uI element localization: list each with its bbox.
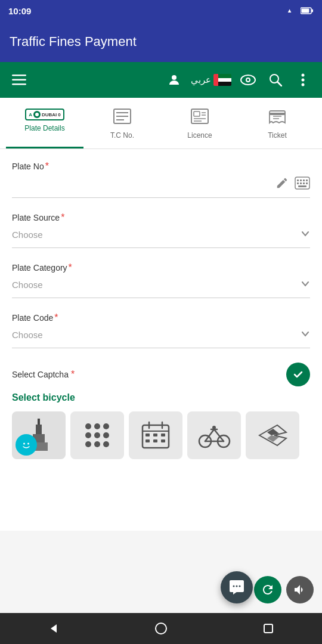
svg-point-54 — [103, 441, 109, 447]
edit-icon[interactable] — [275, 177, 289, 193]
captcha-item-calendar[interactable] — [129, 411, 182, 459]
svg-rect-36 — [303, 182, 305, 184]
plate-category-dropdown[interactable]: Choose — [12, 278, 310, 298]
plate-source-label: Plate Source * — [12, 212, 310, 223]
tab-plate-details[interactable]: A DUBAI 0 Plate Details — [6, 104, 83, 148]
recents-icon — [263, 623, 274, 634]
bicycle-icon — [198, 420, 231, 450]
status-time: 10:09 — [8, 6, 31, 16]
calendar-icon — [141, 420, 171, 450]
tab-tc-no[interactable]: T.C No. — [83, 104, 161, 148]
captcha-item-bicycle[interactable] — [187, 411, 241, 459]
dubai-logo-inner — [35, 113, 39, 116]
svg-point-44 — [23, 443, 25, 445]
airplane-icon — [256, 420, 289, 450]
captcha-item-airplane[interactable] — [246, 411, 299, 459]
svg-rect-37 — [306, 182, 308, 184]
wifi-icon: ▲ — [286, 7, 297, 15]
back-button[interactable] — [36, 613, 72, 644]
tab-ticket-label: Ticket — [268, 131, 287, 140]
plate-category-required: * — [69, 262, 72, 273]
search-icon[interactable] — [265, 69, 286, 91]
svg-rect-21 — [194, 112, 200, 116]
plate-no-required: * — [45, 161, 49, 172]
arabic-label: عربي — [191, 75, 211, 85]
svg-point-75 — [239, 586, 241, 587]
plate-source-chevron — [301, 228, 310, 242]
plate-source-field: Plate Source * Choose — [12, 212, 310, 248]
plate-code-label: Plate Code * — [12, 312, 310, 323]
svg-rect-61 — [161, 434, 165, 436]
svg-rect-63 — [153, 439, 157, 442]
plate-no-input-row — [12, 177, 310, 198]
profile-icon[interactable] — [163, 69, 185, 91]
captcha-prompt: Select bicycle — [12, 392, 310, 403]
svg-point-50 — [94, 432, 100, 438]
svg-rect-4 — [12, 75, 26, 76]
plate-no-input[interactable] — [12, 179, 275, 190]
svg-point-77 — [156, 623, 166, 634]
tab-plate-label: Plate Details — [24, 124, 64, 132]
recents-button[interactable] — [250, 613, 286, 644]
svg-point-43 — [20, 439, 32, 451]
plate-source-required: * — [61, 212, 64, 223]
svg-rect-60 — [153, 434, 157, 436]
captcha-required: * — [71, 369, 75, 380]
licence-icon — [191, 109, 209, 128]
sound-icon — [293, 583, 307, 597]
plate-no-field: Plate No * — [12, 161, 310, 198]
captcha-confirm-btn[interactable] — [286, 363, 310, 386]
plate-code-dropdown[interactable]: Choose — [12, 328, 310, 348]
home-button[interactable] — [143, 613, 179, 644]
chat-icon — [228, 579, 245, 596]
refresh-btn[interactable] — [254, 576, 281, 603]
battery-icon — [301, 7, 314, 14]
svg-point-46 — [85, 423, 91, 429]
svg-rect-32 — [303, 179, 305, 181]
svg-rect-6 — [12, 83, 26, 85]
ticket-icon — [268, 109, 286, 128]
svg-rect-3 — [302, 9, 309, 13]
plate-no-icons — [275, 177, 310, 193]
plate-source-dropdown[interactable]: Choose — [12, 228, 310, 248]
header: Traffic Fines Payment — [0, 21, 322, 62]
tab-ticket[interactable]: Ticket — [239, 104, 316, 148]
sound-btn[interactable] — [286, 576, 314, 603]
svg-rect-59 — [145, 434, 150, 436]
language-selector[interactable]: عربي — [191, 74, 231, 86]
captcha-item-grid[interactable] — [70, 411, 124, 459]
plate-code-required: * — [54, 312, 58, 323]
toolbar-right: عربي — [163, 69, 314, 91]
svg-point-48 — [103, 423, 109, 429]
svg-point-14 — [302, 79, 305, 82]
svg-rect-26 — [270, 111, 285, 114]
svg-point-45 — [27, 443, 29, 445]
svg-rect-5 — [12, 79, 26, 81]
captcha-images — [12, 411, 310, 459]
plate-source-value: Choose — [12, 230, 301, 240]
floating-actions — [254, 576, 314, 603]
dubai-logo: A DUBAI 0 — [25, 109, 64, 120]
svg-rect-30 — [297, 179, 299, 181]
svg-point-7 — [172, 75, 177, 80]
keyboard-icon[interactable] — [295, 177, 310, 193]
main-content: Plate No * — [0, 149, 322, 531]
svg-rect-31 — [300, 179, 302, 181]
captcha-section: Select Captcha * Select bicycle — [12, 363, 310, 459]
menu-icon[interactable] — [8, 69, 30, 91]
selected-captcha-indicator — [16, 434, 37, 456]
svg-rect-38 — [298, 185, 306, 187]
tab-licence[interactable]: Licence — [161, 104, 239, 148]
plate-category-label: Plate Category * — [12, 262, 310, 273]
svg-rect-33 — [306, 179, 308, 181]
captcha-prompt-word: bicycle — [43, 392, 75, 402]
chat-fab[interactable] — [221, 571, 253, 603]
captcha-item-tower[interactable] — [12, 411, 66, 459]
svg-point-51 — [103, 432, 109, 438]
svg-point-53 — [94, 441, 100, 447]
svg-marker-76 — [51, 624, 57, 633]
grid-icon — [82, 420, 112, 450]
plate-code-value: Choose — [12, 330, 301, 340]
eye-icon[interactable] — [237, 69, 259, 91]
more-icon[interactable] — [292, 69, 314, 91]
